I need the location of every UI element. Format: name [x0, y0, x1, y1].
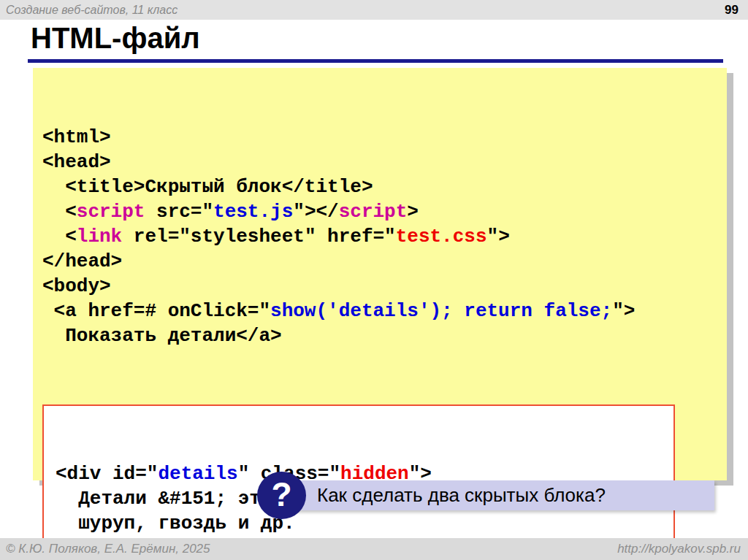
question-banner: Как сделать два скрытых блока?	[269, 480, 714, 510]
page-title: HTML-файл	[31, 22, 200, 55]
course-title: Создание веб-сайтов, 11 класс	[6, 4, 178, 17]
code-line: <script src="test.js"></script>	[42, 199, 727, 224]
code-lines-top: <html><head> <title>Скрытый блок</title>…	[42, 125, 727, 348]
footer-bar: © К.Ю. Поляков, Е.А. Ерёмин, 2025 http:/…	[0, 538, 748, 560]
code-line: <html>	[42, 125, 727, 150]
code-block: <html><head> <title>Скрытый блок</title>…	[33, 68, 727, 480]
question-text: Как сделать два скрытых блока?	[317, 484, 606, 507]
question-mark-glyph: ?	[271, 477, 291, 514]
slide-root: Создание веб-сайтов, 11 класс 99 HTML-фа…	[0, 0, 748, 560]
code-line: <title>Скрытый блок</title>	[42, 174, 727, 199]
code-line: <body>	[42, 274, 727, 299]
code-line: <head>	[42, 150, 727, 174]
copyright: © К.Ю. Поляков, Е.А. Ерёмин, 2025	[6, 542, 210, 556]
code-line: <link rel="stylesheet" href="test.css">	[42, 224, 727, 249]
site-url: http://kpolyakov.spb.ru	[617, 542, 741, 556]
code-line: </head>	[42, 249, 727, 274]
code-line: Показать детали</a>	[42, 323, 727, 348]
header-bar: Создание веб-сайтов, 11 класс 99	[0, 0, 748, 20]
title-underline	[28, 59, 723, 63]
code-line: шуруп, гвоздь и др.	[56, 511, 673, 536]
question-icon: ?	[257, 472, 306, 519]
code-line: <a href=# onClick="show('details'); retu…	[42, 299, 727, 323]
page-number: 99	[725, 3, 739, 18]
